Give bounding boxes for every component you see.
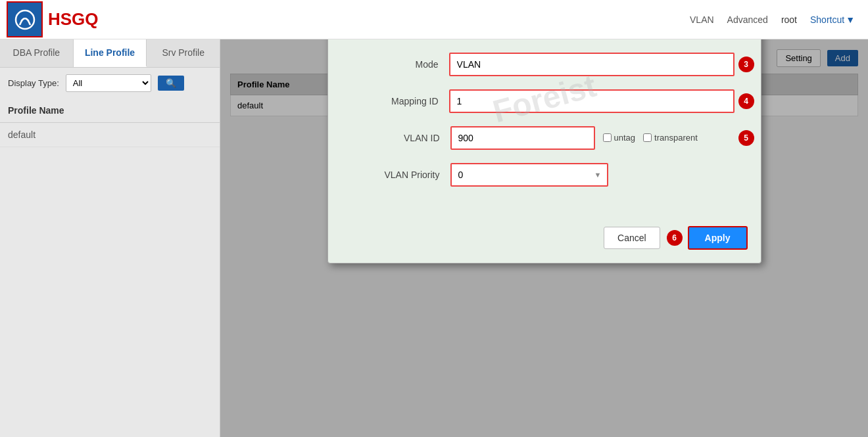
- gem-footer: Cancel 6 Apply: [328, 219, 761, 263]
- transparent-checkbox[interactable]: [643, 133, 652, 142]
- step-3-badge: 3: [738, 57, 754, 72]
- mapping-id-label: Mapping ID: [354, 96, 439, 106]
- topbar-right: VLAN Advanced root Shortcut ▼: [220, 14, 868, 25]
- topbar: HSGQ VLAN Advanced root Shortcut ▼: [0, 0, 868, 39]
- main-content: Setting Add Profile Name default View De…: [220, 39, 868, 437]
- add-dialog-overlay: Add ✕ Profile Name GEM ✕: [220, 39, 868, 437]
- vlan-row: untag transparent: [450, 126, 698, 150]
- sidebar: DBA Profile Line Profile Srv Profile Dis…: [0, 39, 220, 437]
- tab-dba-profile[interactable]: DBA Profile: [0, 39, 74, 67]
- display-type-row: Display Type: All Active Inactive 🔍: [0, 68, 220, 99]
- step-6-badge: 6: [667, 230, 683, 246]
- profile-name-header: Profile Name: [0, 99, 220, 123]
- vlan-priority-row: VLAN Priority 0123 4567: [354, 163, 735, 187]
- cancel-button[interactable]: Cancel: [604, 227, 660, 249]
- vlan-priority-label: VLAN Priority: [354, 170, 440, 180]
- advanced-link[interactable]: Advanced: [727, 14, 768, 25]
- apply-button[interactable]: Apply: [688, 226, 748, 250]
- vlan-id-row: VLAN ID untag transparent: [354, 126, 735, 150]
- gem-overlay: GEM ✕ Gemport ID 1 T-CONT ID: [335, 47, 754, 150]
- untag-checkbox-label[interactable]: untag: [603, 133, 636, 143]
- mode-input[interactable]: [449, 53, 735, 76]
- mode-row: Mode 3: [354, 53, 735, 76]
- list-item[interactable]: default: [0, 123, 220, 147]
- vlan-id-input[interactable]: [450, 126, 595, 150]
- step-4-badge: 4: [738, 93, 754, 109]
- gem-dialog: GEM ✕ Gemport ID 1 T-CONT ID: [327, 39, 761, 264]
- add-dialog: Add ✕ Profile Name GEM ✕: [334, 46, 755, 151]
- transparent-checkbox-label[interactable]: transparent: [643, 133, 698, 143]
- tab-line-profile[interactable]: Line Profile: [74, 39, 147, 67]
- logo-area: HSGQ: [0, 1, 220, 37]
- vlan-link[interactable]: VLAN: [690, 14, 714, 25]
- chevron-down-icon: ▼: [846, 14, 855, 25]
- gem-body: Gemport ID 1 T-CONT ID 123: [328, 39, 761, 219]
- untag-checkbox[interactable]: [603, 133, 612, 142]
- mapping-id-row: Mapping ID 4: [354, 89, 735, 113]
- search-button[interactable]: 🔍: [158, 76, 184, 91]
- user-label: root: [781, 14, 797, 25]
- vlan-priority-select[interactable]: 0123 4567: [450, 163, 608, 187]
- vlan-id-label: VLAN ID: [354, 133, 440, 143]
- shortcut-link[interactable]: Shortcut ▼: [810, 14, 855, 25]
- step-5-badge: 5: [738, 130, 754, 146]
- display-type-select[interactable]: All Active Inactive: [66, 74, 151, 92]
- display-type-label: Display Type:: [8, 78, 59, 88]
- mapping-id-input[interactable]: [449, 89, 735, 113]
- profile-tabs: DBA Profile Line Profile Srv Profile: [0, 39, 220, 68]
- svg-point-0: [16, 11, 34, 29]
- logo-text: HSGQ: [48, 9, 99, 30]
- logo-icon: [7, 1, 43, 37]
- mode-label: Mode: [354, 59, 439, 70]
- vlan-priority-wrapper: 0123 4567: [450, 163, 608, 187]
- tab-srv-profile[interactable]: Srv Profile: [147, 39, 220, 67]
